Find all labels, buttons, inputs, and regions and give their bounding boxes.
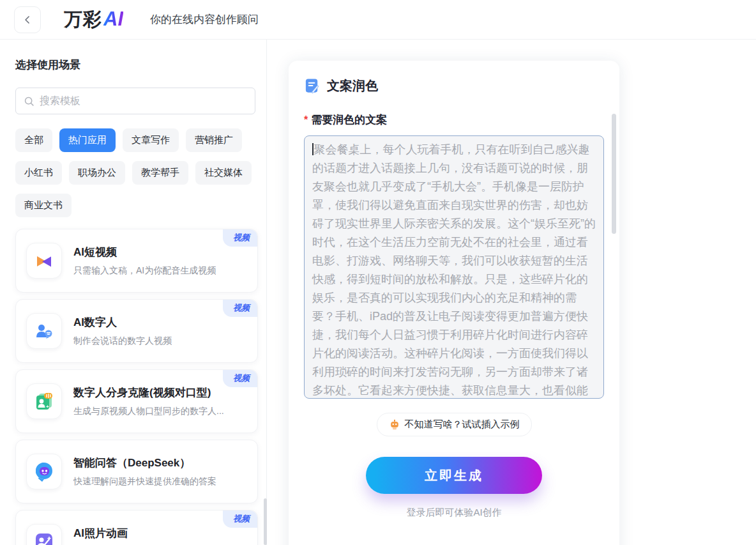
robot-icon xyxy=(389,419,400,431)
card-title: 智能问答（DeepSeek） xyxy=(73,456,216,470)
filter-chip-social-media[interactable]: 社交媒体 xyxy=(195,161,252,185)
clone-person-icon: + xyxy=(26,383,62,419)
filter-chip-article-writing[interactable]: 文章写作 xyxy=(123,128,179,152)
sidebar: 选择使用场景 全部 热门应用 文章写作 营销推广 小红书 职场办公 教学帮手 社… xyxy=(0,40,267,545)
play-triangles-icon xyxy=(26,243,62,279)
template-card-list: AI短视频 只需输入文稿，AI为你配音生成视频 视频 AI数字人 制作会说话的数… xyxy=(15,229,258,545)
filter-chip-business-doc[interactable]: 商业文书 xyxy=(15,194,72,217)
filter-chip-all[interactable]: 全部 xyxy=(15,128,52,152)
copy-polish-icon xyxy=(304,77,321,95)
template-card-ai-short-video[interactable]: AI短视频 只需输入文稿，AI为你配音生成视频 视频 xyxy=(15,229,258,293)
panel-scrollbar-thumb[interactable] xyxy=(612,114,616,234)
filter-chips: 全部 热门应用 文章写作 营销推广 小红书 职场办公 教学帮手 社交媒体 商业文… xyxy=(15,128,255,217)
digital-person-icon xyxy=(26,313,62,349)
card-title: 数字人分身克隆(视频对口型) xyxy=(73,385,224,400)
copy-input-textarea[interactable]: 聚会餐桌上，每个人玩着手机，只有在听到自己感兴趣的话题才进入话题接上几句，没有话… xyxy=(304,135,604,399)
copy-input-text: 聚会餐桌上，每个人玩着手机，只有在听到自己感兴趣的话题才进入话题接上几句，没有话… xyxy=(312,143,596,399)
panel-title: 文案润色 xyxy=(327,77,378,95)
sidebar-title: 选择使用场景 xyxy=(15,58,255,72)
main-panel: 文案润色 * 需要润色的文案 聚会餐桌上，每个人玩着手机，只有在听到自己感兴趣的… xyxy=(289,61,619,545)
field-label: 需要润色的文案 xyxy=(311,112,387,127)
chat-robot-icon xyxy=(26,454,62,489)
header: 万彩 AI 你的在线内容创作顾问 xyxy=(0,0,756,40)
video-badge: 视频 xyxy=(223,300,257,317)
template-card-ai-digital-person[interactable]: AI数字人 制作会说话的数字人视频 视频 xyxy=(15,299,258,363)
generate-button[interactable]: 立即生成 xyxy=(366,457,542,494)
template-card-clone-lipsync[interactable]: + 数字人分身克隆(视频对口型) 生成与原视频人物口型同步的数字人... 视频 xyxy=(15,369,258,433)
search-box[interactable] xyxy=(15,88,255,114)
insert-example-label: 不知道写啥？试试插入示例 xyxy=(405,418,520,431)
photo-animate-icon xyxy=(26,524,62,545)
filter-chip-hot-apps[interactable]: 热门应用 xyxy=(59,128,116,152)
tagline: 你的在线内容创作顾问 xyxy=(150,12,259,27)
sidebar-scrollbar-thumb[interactable] xyxy=(264,498,267,545)
chevron-left-icon xyxy=(21,13,34,26)
logo-ai-mark: AI xyxy=(103,8,123,31)
card-description: 生成与原视频人物口型同步的数字人... xyxy=(73,406,224,417)
template-card-ai-photo-animation[interactable]: AI照片动画 让静态照片瞬间“活”起来! 视频 xyxy=(15,510,258,545)
login-note: 登录后即可体验AI创作 xyxy=(304,507,604,519)
card-description: 只需输入文稿，AI为你配音生成视频 xyxy=(73,265,216,277)
template-card-smart-qa-deepseek[interactable]: 智能问答（DeepSeek） 快速理解问题并快速提供准确的答案 xyxy=(15,440,258,503)
card-description: 快速理解问题并快速提供准确的答案 xyxy=(73,476,216,487)
card-title: AI照片动画 xyxy=(73,526,171,541)
card-title: AI短视频 xyxy=(73,245,216,259)
video-badge: 视频 xyxy=(223,510,257,528)
back-button[interactable] xyxy=(14,6,41,33)
card-title: AI数字人 xyxy=(73,315,172,330)
filter-chip-workplace[interactable]: 职场办公 xyxy=(69,161,125,185)
insert-example-button[interactable]: 不知道写啥？试试插入示例 xyxy=(377,413,532,436)
logo-text-cn: 万彩 xyxy=(64,7,102,33)
filter-chip-marketing[interactable]: 营销推广 xyxy=(186,128,242,152)
required-mark: * xyxy=(304,114,308,126)
search-input[interactable] xyxy=(40,95,247,107)
filter-chip-teaching[interactable]: 教学帮手 xyxy=(132,161,188,185)
text-caret xyxy=(312,143,314,155)
filter-chip-xiaohongshu[interactable]: 小红书 xyxy=(15,161,62,185)
video-badge: 视频 xyxy=(223,229,257,247)
svg-text:+: + xyxy=(46,404,49,410)
search-icon xyxy=(24,96,34,107)
video-badge: 视频 xyxy=(223,370,257,387)
card-description: 制作会说话的数字人视频 xyxy=(73,335,172,347)
logo[interactable]: 万彩 AI xyxy=(64,7,123,33)
